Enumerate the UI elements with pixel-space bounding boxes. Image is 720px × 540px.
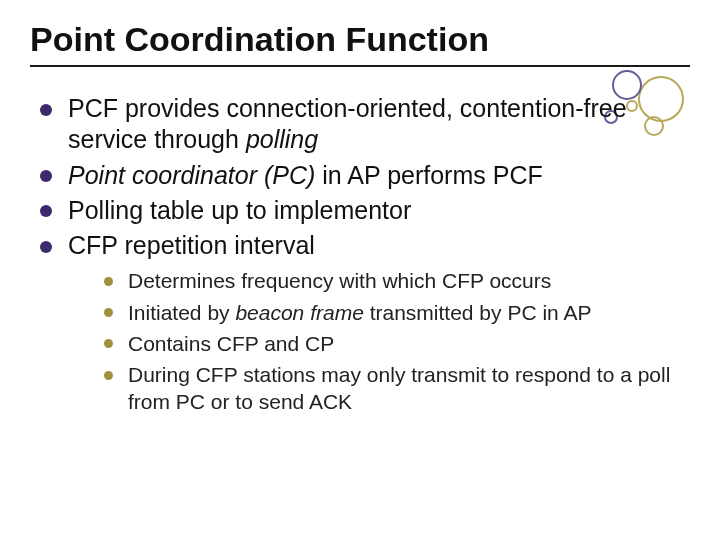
title-underline xyxy=(30,65,690,67)
list-item: Point coordinator (PC) in AP performs PC… xyxy=(38,160,690,191)
text: During CFP stations may only transmit to… xyxy=(128,363,670,413)
text: Polling table up to implementor xyxy=(68,196,411,224)
text: in AP performs PCF xyxy=(315,161,542,189)
list-item: Contains CFP and CP xyxy=(102,330,690,357)
text: PCF provides connection-oriented, conten… xyxy=(68,94,627,153)
list-item: CFP repetition interval Determines frequ… xyxy=(38,230,690,416)
slide-title: Point Coordination Function xyxy=(30,20,690,59)
text: Determines frequency with which CFP occu… xyxy=(128,269,551,292)
list-item: Polling table up to implementor xyxy=(38,195,690,226)
main-bullet-list: PCF provides connection-oriented, conten… xyxy=(30,93,690,416)
italic-text: polling xyxy=(246,125,318,153)
list-item: PCF provides connection-oriented, conten… xyxy=(38,93,690,156)
list-item: During CFP stations may only transmit to… xyxy=(102,361,690,416)
list-item: Determines frequency with which CFP occu… xyxy=(102,267,690,294)
italic-text: beacon frame xyxy=(235,301,363,324)
sub-bullet-list: Determines frequency with which CFP occu… xyxy=(68,267,690,415)
text: CFP repetition interval xyxy=(68,231,315,259)
list-item: Initiated by beacon frame transmitted by… xyxy=(102,299,690,326)
italic-text: Point coordinator (PC) xyxy=(68,161,315,189)
text: Contains CFP and CP xyxy=(128,332,334,355)
text: transmitted by PC in AP xyxy=(364,301,592,324)
text: Initiated by xyxy=(128,301,235,324)
slide: Point Coordination Function PCF provides… xyxy=(0,0,720,540)
